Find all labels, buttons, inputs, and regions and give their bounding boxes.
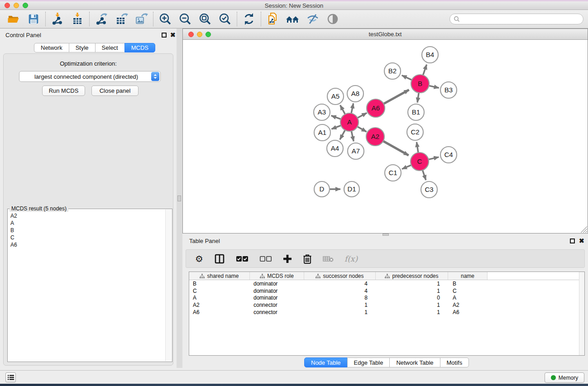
graph-node-D1[interactable]: D1 (344, 181, 359, 197)
zoom-window-button[interactable] (23, 3, 28, 8)
table-row[interactable]: A6connector11A6 (189, 309, 584, 316)
split-table-button[interactable] (214, 252, 225, 266)
close-window-button[interactable] (5, 3, 10, 8)
minimize-network-button[interactable] (197, 32, 202, 37)
export-image-button[interactable] (132, 11, 150, 27)
graph-node-A8[interactable]: A8 (347, 86, 363, 102)
show-panel-button[interactable] (324, 11, 342, 27)
window-titlebar[interactable]: Session: New Session (0, 1, 588, 10)
column-header-predecessor-nodes[interactable]: predecessor nodes (376, 272, 448, 280)
delete-column-button[interactable] (303, 252, 312, 266)
edge-A2-C[interactable] (383, 141, 409, 155)
float-panel-icon[interactable] (162, 33, 167, 38)
add-column-button[interactable] (283, 252, 292, 266)
search-input[interactable] (460, 15, 583, 23)
column-header-shared-name[interactable]: shared name (189, 272, 250, 280)
network-canvas[interactable]: B4B2BB3A5A8A6A3B1AA1C2A2A4A7C4CC1C3DD1 (183, 40, 588, 233)
graph-node-A2[interactable]: A2 (366, 128, 384, 146)
graph-node-C1[interactable]: C1 (385, 165, 401, 181)
edge-B-B2[interactable] (402, 76, 412, 81)
graph-node-D[interactable]: D (314, 181, 330, 197)
graph-node-B4[interactable]: B4 (422, 47, 438, 63)
graph-node-A6[interactable]: A6 (367, 99, 385, 117)
memory-button[interactable]: Memory (545, 372, 584, 383)
zoom-out-button[interactable] (176, 11, 194, 27)
export-table-button[interactable] (112, 11, 130, 27)
edge-B-B1[interactable] (417, 92, 419, 103)
graph-node-C[interactable]: C (411, 152, 429, 171)
edge-A-A7[interactable] (351, 131, 354, 142)
graph-node-C4[interactable]: C4 (440, 147, 457, 163)
delete-table-button[interactable] (323, 252, 334, 266)
column-header-name[interactable]: name (448, 272, 488, 280)
table-row[interactable]: Bdominator41B (189, 280, 584, 287)
mcds-result-item[interactable]: C (10, 234, 165, 241)
table-row[interactable]: Cdominator41C (189, 287, 584, 295)
edge-A-A2[interactable] (357, 126, 367, 132)
graph-node-B3[interactable]: B3 (440, 82, 457, 98)
zoom-network-button[interactable] (206, 32, 211, 37)
graph-node-A7[interactable]: A7 (348, 143, 364, 159)
edge-B-B4[interactable] (423, 65, 426, 76)
mcds-result-item[interactable]: B (10, 227, 165, 234)
table-settings-button[interactable]: ⚙ (195, 252, 203, 266)
edge-A6-B[interactable] (383, 90, 409, 104)
save-session-button[interactable] (24, 11, 43, 27)
tab-network-table[interactable]: Network Table (389, 357, 440, 367)
edge-A-A3[interactable] (331, 115, 341, 119)
export-network-button[interactable] (92, 11, 110, 27)
hide-panels-button[interactable] (304, 11, 322, 27)
edge-A-A8[interactable] (351, 103, 354, 114)
column-header-successor-nodes[interactable]: successor nodes (304, 272, 376, 280)
column-header-mcds-role[interactable]: MCDS role (250, 272, 304, 280)
graph-node-B2[interactable]: B2 (384, 63, 401, 79)
edge-C-C4[interactable] (428, 157, 439, 160)
edge-A-A6[interactable] (357, 113, 367, 119)
float-table-panel-icon[interactable] (570, 238, 575, 243)
window-resize-grip[interactable] (581, 226, 587, 233)
tab-select[interactable]: Select (95, 43, 125, 52)
select-all-checkboxes-button[interactable] (236, 252, 249, 266)
function-builder-button[interactable]: f(x) (344, 252, 358, 266)
edge-C-C3[interactable] (422, 170, 426, 180)
mcds-result-list[interactable]: A2ABCA6 (8, 210, 165, 361)
tab-network[interactable]: Network (34, 43, 69, 52)
zoom-selected-button[interactable] (216, 11, 234, 27)
table-row[interactable]: A2connector11A2 (189, 301, 584, 309)
edge-B-B3[interactable] (429, 86, 439, 88)
graph-node-C2[interactable]: C2 (407, 124, 423, 140)
zoom-fit-button[interactable] (196, 11, 214, 27)
table-row[interactable]: Adominator80A (189, 294, 584, 301)
close-table-panel-icon[interactable]: ✖ (579, 237, 584, 244)
close-network-button[interactable] (188, 32, 194, 37)
mcds-result-item[interactable]: A (10, 219, 165, 227)
search-field[interactable] (449, 14, 583, 24)
tab-edge-table[interactable]: Edge Table (347, 357, 390, 367)
import-table-button[interactable] (68, 11, 86, 27)
criterion-dropdown[interactable]: largest connected component (directed) (19, 71, 161, 82)
graph-node-A5[interactable]: A5 (327, 88, 344, 105)
graph-node-C3[interactable]: C3 (421, 181, 437, 198)
task-history-button[interactable] (5, 372, 16, 382)
duplicate-network-button[interactable] (264, 11, 282, 27)
panel-splitter-vertical[interactable] (177, 29, 182, 368)
tab-mcds[interactable]: MCDS (124, 43, 155, 52)
tab-motifs[interactable]: Motifs (440, 357, 469, 367)
deselect-all-checkboxes-button[interactable] (259, 252, 272, 266)
close-panel-icon[interactable]: ✖ (170, 31, 176, 38)
import-network-button[interactable] (48, 11, 67, 27)
edge-C-C2[interactable] (416, 142, 418, 153)
tab-style[interactable]: Style (69, 43, 96, 52)
close-panel-button[interactable]: Close panel (91, 86, 139, 96)
edge-C-C1[interactable] (402, 165, 411, 169)
minimize-window-button[interactable] (14, 3, 19, 8)
result-list-scrollbar[interactable] (165, 210, 172, 361)
splitter-grip[interactable] (177, 195, 181, 201)
graph-node-A3[interactable]: A3 (314, 104, 330, 120)
refresh-layout-button[interactable] (240, 11, 258, 27)
graph-node-B[interactable]: B (411, 75, 429, 93)
graph-node-B1[interactable]: B1 (408, 104, 424, 120)
edge-A-A1[interactable] (331, 125, 341, 129)
home-button[interactable] (284, 11, 302, 27)
zoom-in-button[interactable] (156, 11, 174, 27)
